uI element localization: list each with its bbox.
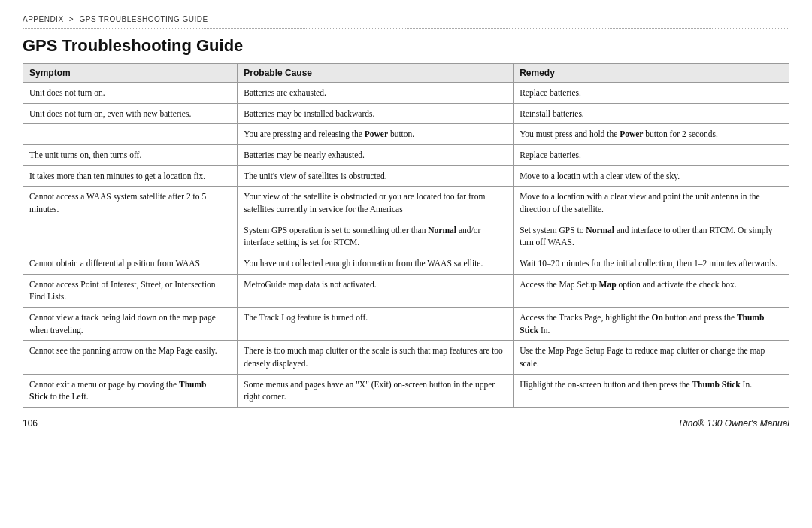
cell-symptom: Cannot access a WAAS system satellite af…	[23, 187, 238, 220]
table-row: You are pressing and releasing the Power…	[23, 124, 789, 145]
breadcrumb-part1: Appendix	[23, 15, 64, 23]
breadcrumb-sep: >	[69, 15, 77, 23]
table-row: System GPS operation is set to something…	[23, 220, 789, 253]
cell-remedy: Reinstall batteries.	[514, 103, 789, 124]
cell-remedy: Replace batteries.	[514, 83, 789, 104]
cell-cause: There is too much map clutter or the sca…	[238, 341, 514, 374]
cell-remedy: Access the Tracks Page, highlight the On…	[514, 308, 789, 341]
cell-cause: Some menus and pages have an "X" (Exit) …	[238, 374, 514, 407]
cell-symptom	[23, 220, 238, 253]
table-header-row: Symptom Probable Cause Remedy	[23, 64, 789, 83]
table-row: It takes more than ten minutes to get a …	[23, 165, 789, 187]
cell-cause: The Track Log feature is turned off.	[238, 308, 514, 341]
cell-cause: System GPS operation is set to something…	[238, 220, 514, 253]
footer: 106 Rino® 130 Owner's Manual	[23, 418, 789, 429]
cell-remedy: Set system GPS to Normal and interface t…	[514, 220, 789, 253]
cell-cause: The unit's view of satellites is obstruc…	[238, 165, 514, 187]
cell-cause: MetroGuide map data is not activated.	[238, 274, 514, 307]
cell-symptom	[23, 124, 238, 145]
cell-remedy: Highlight the on-screen button and then …	[514, 374, 789, 407]
header-remedy: Remedy	[514, 64, 789, 83]
breadcrumb: Appendix > GPS Troubleshooting Guide	[23, 15, 789, 29]
troubleshooting-table: Symptom Probable Cause Remedy Unit does …	[23, 63, 789, 408]
table-row: Cannot obtain a differential position fr…	[23, 253, 789, 275]
table-row: The unit turns on, then turns off.Batter…	[23, 145, 789, 166]
cell-symptom: Cannot see the panning arrow on the Map …	[23, 341, 238, 374]
manual-title: Rino® 130 Owner's Manual	[679, 418, 789, 429]
cell-symptom: Unit does not turn on.	[23, 83, 238, 104]
cell-remedy: Replace batteries.	[514, 145, 789, 166]
cell-cause: Batteries are exhausted.	[238, 83, 514, 104]
cell-symptom: It takes more than ten minutes to get a …	[23, 165, 238, 187]
page-title: GPS Troubleshooting Guide	[23, 36, 789, 56]
cell-remedy: Access the Map Setup Map option and acti…	[514, 274, 789, 307]
cell-remedy: You must press and hold the Power button…	[514, 124, 789, 145]
page-number: 106	[23, 418, 38, 429]
header-symptom: Symptom	[23, 64, 238, 83]
cell-symptom: The unit turns on, then turns off.	[23, 145, 238, 166]
table-row: Cannot see the panning arrow on the Map …	[23, 341, 789, 374]
breadcrumb-part2: GPS Troubleshooting Guide	[79, 15, 208, 23]
table-row: Unit does not turn on, even with new bat…	[23, 103, 789, 124]
cell-cause: You have not collected enough informatio…	[238, 253, 514, 275]
cell-symptom: Unit does not turn on, even with new bat…	[23, 103, 238, 124]
header-cause: Probable Cause	[238, 64, 514, 83]
cell-cause: Batteries may be nearly exhausted.	[238, 145, 514, 166]
table-row: Cannot exit a menu or page by moving the…	[23, 374, 789, 407]
table-row: Unit does not turn on.Batteries are exha…	[23, 83, 789, 104]
cell-cause: Your view of the satellite is obstructed…	[238, 187, 514, 220]
cell-remedy: Move to a locatin with a clear view of t…	[514, 165, 789, 187]
cell-symptom: Cannot view a track being laid down on t…	[23, 308, 238, 341]
cell-cause: Batteries may be installed backwards.	[238, 103, 514, 124]
cell-symptom: Cannot obtain a differential position fr…	[23, 253, 238, 275]
table-row: Cannot access Point of Interest, Street,…	[23, 274, 789, 307]
table-row: Cannot view a track being laid down on t…	[23, 308, 789, 341]
cell-symptom: Cannot exit a menu or page by moving the…	[23, 374, 238, 407]
cell-remedy: Use the Map Page Setup Page to reduce ma…	[514, 341, 789, 374]
cell-symptom: Cannot access Point of Interest, Street,…	[23, 274, 238, 307]
cell-remedy: Move to a location with a clear view and…	[514, 187, 789, 220]
cell-remedy: Wait 10–20 minutes for the initial colle…	[514, 253, 789, 275]
cell-cause: You are pressing and releasing the Power…	[238, 124, 514, 145]
table-row: Cannot access a WAAS system satellite af…	[23, 187, 789, 220]
